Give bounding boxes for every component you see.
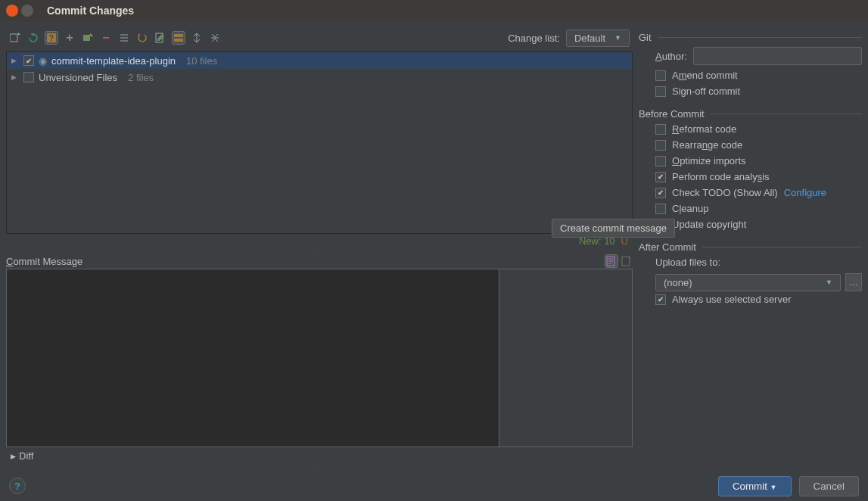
chevron-down-icon: ▼ xyxy=(770,484,777,491)
commit-message-label: Commit Message xyxy=(6,256,82,267)
chevron-down-icon: ▼ xyxy=(614,34,621,42)
changes-tree: ▶ ◉ commit-template-idea-plugin 10 files… xyxy=(6,51,633,234)
titlebar: Commit Changes xyxy=(0,0,868,21)
expand-icon[interactable] xyxy=(191,32,203,44)
tree-row[interactable]: ▶ Unversioned Files 2 files xyxy=(7,69,632,86)
expand-arrow-icon: ▶ xyxy=(11,453,16,460)
expand-arrow-icon[interactable]: ▶ xyxy=(11,57,19,64)
checkbox[interactable] xyxy=(23,72,34,82)
signoff-label: Sign-off commit xyxy=(672,86,740,97)
edit-icon[interactable] xyxy=(154,32,166,44)
changelist-icon[interactable] xyxy=(82,32,94,44)
signoff-checkbox[interactable] xyxy=(655,86,666,97)
rearrange-checkbox[interactable] xyxy=(655,140,666,151)
analysis-checkbox[interactable] xyxy=(655,172,666,182)
tooltip: Create commit message xyxy=(552,219,675,238)
delete-icon[interactable]: − xyxy=(100,32,112,44)
history-icon[interactable] xyxy=(621,255,633,267)
window-title: Commit Changes xyxy=(47,5,134,17)
commit-message-input[interactable] xyxy=(7,269,499,447)
help-button[interactable]: ? xyxy=(9,478,26,494)
checkbox[interactable] xyxy=(23,55,34,66)
file-count: 2 files xyxy=(128,72,154,83)
upload-label: Upload files to: xyxy=(655,257,720,268)
commit-message-area xyxy=(6,269,633,447)
browse-button[interactable]: … xyxy=(845,273,862,291)
tree-item-label: Unversioned Files xyxy=(39,72,117,83)
svg-rect-6 xyxy=(174,39,183,42)
git-section-title: Git xyxy=(639,30,652,45)
diff-label: Diff xyxy=(19,450,33,462)
stats-row: New: 10 U xyxy=(6,234,633,247)
change-list-value: Default xyxy=(574,33,605,44)
module-icon: ◉ xyxy=(39,55,47,67)
rollback-icon[interactable] xyxy=(136,32,148,44)
cleanup-checkbox[interactable] xyxy=(655,204,666,214)
splitter[interactable]: :::: xyxy=(6,465,633,471)
commit-button[interactable]: Commit ▼ xyxy=(718,476,792,496)
tree-row[interactable]: ▶ ◉ commit-template-idea-plugin 10 files xyxy=(7,52,632,69)
bottom-bar: ? Commit ▼ Cancel xyxy=(0,471,868,501)
svg-rect-0 xyxy=(10,34,17,42)
amend-label: Amend commit xyxy=(672,70,738,81)
change-list-label: Change list: xyxy=(508,33,560,44)
todo-label: Check TODO (Show All) xyxy=(672,187,778,198)
group-icon[interactable] xyxy=(173,32,185,44)
optimize-checkbox[interactable] xyxy=(655,156,666,166)
amend-checkbox[interactable] xyxy=(655,70,666,81)
list-icon[interactable] xyxy=(118,32,130,44)
collapse-icon[interactable] xyxy=(209,32,221,44)
minimize-window-icon[interactable] xyxy=(21,5,33,17)
new-changelist-icon[interactable]: + xyxy=(64,32,76,44)
after-commit-title: After Commit xyxy=(639,240,696,254)
commit-preview xyxy=(499,269,632,447)
tree-item-label: commit-template-idea-plugin xyxy=(51,55,176,67)
rearrange-label: Rearrange code xyxy=(672,139,742,151)
reformat-label: Reformat code xyxy=(672,123,736,135)
diff-section[interactable]: ▶ Diff xyxy=(6,447,633,465)
window-controls xyxy=(6,5,33,17)
close-window-icon[interactable] xyxy=(6,5,18,17)
copyright-label: Update copyright xyxy=(672,219,746,230)
always-server-label: Always use selected server xyxy=(672,294,792,305)
before-commit-title: Before Commit xyxy=(639,107,705,121)
author-label: Author: xyxy=(655,51,687,62)
cancel-button[interactable]: Cancel xyxy=(799,476,860,496)
revert-group-icon[interactable]: ? xyxy=(45,32,58,44)
svg-rect-3 xyxy=(83,35,90,41)
reformat-checkbox[interactable] xyxy=(655,124,666,135)
svg-rect-5 xyxy=(174,34,183,37)
configure-link[interactable]: Configure xyxy=(784,187,826,198)
analysis-label: Perform code analysis xyxy=(672,171,770,182)
upload-combo[interactable]: (none) ▼ xyxy=(655,274,841,291)
change-list-combo[interactable]: Default ▼ xyxy=(566,30,630,47)
svg-text:?: ? xyxy=(49,34,54,42)
create-commit-message-icon[interactable] xyxy=(605,255,618,267)
chevron-down-icon: ▼ xyxy=(826,279,832,286)
refresh-icon[interactable] xyxy=(27,32,39,44)
optimize-label: Optimize imports xyxy=(672,155,746,166)
splitter[interactable]: :::: xyxy=(6,247,633,254)
toolbar: ? + − Change list: Default ▼ xyxy=(6,27,633,48)
always-server-checkbox[interactable] xyxy=(655,294,666,305)
file-count: 10 files xyxy=(186,55,217,67)
author-input[interactable] xyxy=(693,47,862,65)
upload-value: (none) xyxy=(664,277,692,288)
show-diff-icon[interactable] xyxy=(9,32,21,44)
expand-arrow-icon[interactable]: ▶ xyxy=(11,73,19,81)
todo-checkbox[interactable] xyxy=(655,188,666,198)
cleanup-label: Cleanup xyxy=(672,203,708,214)
